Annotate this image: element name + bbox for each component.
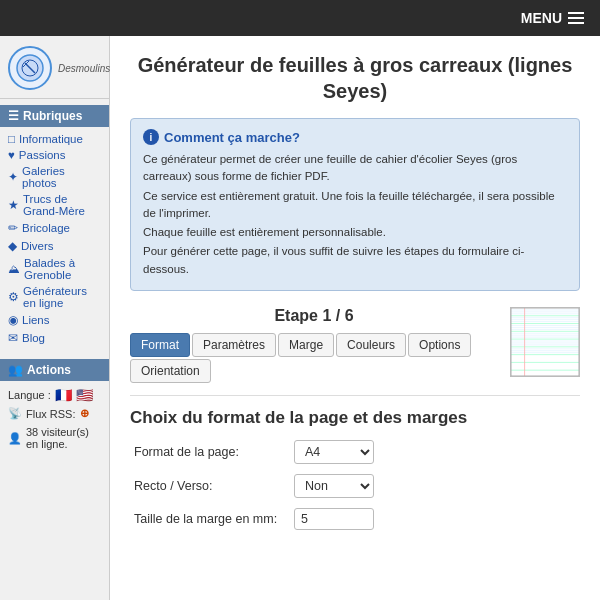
logo-circle [8,46,52,90]
nav-label: Galeries photos [22,165,101,189]
actions-icon: 👥 [8,363,23,377]
form-row-0: Format de la page:A4A3A5Letter [130,440,580,464]
sidebar-nav-item[interactable]: ♥Passions [0,147,109,163]
langue-row: Langue : 🇫🇷 🇺🇸 [8,387,101,403]
rubriques-header: ☰ Rubriques [0,105,109,127]
sidebar: Desmoulins.fr ☰ Rubriques □Informatique♥… [0,36,110,600]
step-tab-format[interactable]: Format [130,333,190,357]
nav-label: Balades à Grenoble [24,257,101,281]
topbar: MENU [0,0,600,36]
actions-header: 👥 Actions [0,359,109,381]
flag-fr-icon[interactable]: 🇫🇷 [55,387,72,403]
sidebar-nav-item[interactable]: ◉Liens [0,311,109,329]
info-line: Pour générer cette page, il vous suffit … [143,243,567,278]
form-select-0[interactable]: A4A3A5Letter [294,440,374,464]
step-tab-orientation[interactable]: Orientation [130,359,211,383]
info-lines: Ce générateur permet de créer une feuill… [143,151,567,278]
sidebar-nav-item[interactable]: ⛰Balades à Grenoble [0,255,109,283]
visitors-icon: 👤 [8,432,22,445]
nav-icon: ⚙ [8,290,19,304]
nav-icon: ★ [8,198,19,212]
rss-link[interactable]: ⊕ [80,407,89,420]
main-content: Générateur de feuilles à gros carreaux (… [110,36,600,600]
nav-icon: ✦ [8,170,18,184]
info-box: i Comment ça marche? Ce générateur perme… [130,118,580,291]
sidebar-nav-item[interactable]: ✉Blog [0,329,109,347]
layout: Desmoulins.fr ☰ Rubriques □Informatique♥… [0,36,600,600]
nav-icon: ⛰ [8,263,20,275]
sidebar-nav-item[interactable]: ★Trucs de Grand-Mère [0,191,109,219]
form-row-2: Taille de la marge en mm: [130,508,580,530]
nav-icon: ◉ [8,313,18,327]
info-box-title: i Comment ça marche? [143,129,567,145]
info-line: Ce générateur permet de créer une feuill… [143,151,567,186]
nav-label: Divers [21,240,54,252]
actions-content: Langue : 🇫🇷 🇺🇸 📡 Flux RSS: ⊕ 👤 38 visite… [0,381,109,456]
nav-list: □Informatique♥Passions✦Galeries photos★T… [0,127,109,351]
sidebar-nav-item[interactable]: ⚙Générateurs en ligne [0,283,109,311]
visitors-box: 👤 38 visiteur(s) en ligne. [8,426,101,450]
form-area: Format de la page:A4A3A5LetterRecto / Ve… [130,440,580,530]
nav-label: Bricolage [22,222,70,234]
visitors-text: 38 visiteur(s) en ligne. [26,426,101,450]
step-tab-paramètres[interactable]: Paramètres [192,333,276,357]
nav-label: Trucs de Grand-Mère [23,193,101,217]
rss-icon: 📡 [8,407,22,420]
step-tab-marge[interactable]: Marge [278,333,334,357]
rubriques-icon: ☰ [8,109,19,123]
info-icon: i [143,129,159,145]
form-label-1: Recto / Verso: [134,479,294,493]
nav-icon: ✏ [8,221,18,235]
form-input-2[interactable] [294,508,374,530]
form-label-2: Taille de la marge en mm: [134,512,294,526]
nav-icon: □ [8,133,15,145]
rubriques-section: ☰ Rubriques □Informatique♥Passions✦Galer… [0,105,109,351]
svg-rect-4 [511,308,579,376]
form-label-0: Format de la page: [134,445,294,459]
nav-label: Générateurs en ligne [23,285,101,309]
sidebar-nav-item[interactable]: ✦Galeries photos [0,163,109,191]
hamburger-icon [568,12,584,24]
langue-label: Langue : [8,389,51,401]
nav-label: Passions [19,149,66,161]
rss-row: 📡 Flux RSS: ⊕ [8,407,101,420]
actions-section: 👥 Actions Langue : 🇫🇷 🇺🇸 📡 Flux RSS: ⊕ 👤… [0,359,109,456]
grid-preview [510,307,580,377]
step-left: Etape 1 / 6 FormatParamètresMargeCouleur… [130,307,498,383]
form-row-1: Recto / Verso:NonOui [130,474,580,498]
step-area: Etape 1 / 6 FormatParamètresMargeCouleur… [130,307,580,383]
step-tab-options[interactable]: Options [408,333,471,357]
logo-area: Desmoulins.fr [0,36,109,99]
form-select-1[interactable]: NonOui [294,474,374,498]
rss-label: Flux RSS: [26,408,76,420]
menu-button[interactable]: MENU [521,10,584,26]
step-tabs: FormatParamètresMargeCouleursOptionsOrie… [130,333,498,383]
page-title: Générateur de feuilles à gros carreaux (… [130,52,580,104]
info-line: Ce service est entièrement gratuit. Une … [143,188,567,223]
sidebar-nav-item[interactable]: □Informatique [0,131,109,147]
info-line: Chaque feuille est entièrement personnal… [143,224,567,241]
sidebar-nav-item[interactable]: ✏Bricolage [0,219,109,237]
nav-icon: ♥ [8,149,15,161]
nav-label: Informatique [19,133,83,145]
nav-icon: ◆ [8,239,17,253]
nav-label: Blog [22,332,45,344]
form-section-title: Choix du format de la page et des marges [130,408,580,428]
menu-label: MENU [521,10,562,26]
step-tab-couleurs[interactable]: Couleurs [336,333,406,357]
sidebar-nav-item[interactable]: ◆Divers [0,237,109,255]
divider [130,395,580,396]
step-title: Etape 1 / 6 [130,307,498,325]
nav-icon: ✉ [8,331,18,345]
nav-label: Liens [22,314,50,326]
flag-us-icon[interactable]: 🇺🇸 [76,387,93,403]
